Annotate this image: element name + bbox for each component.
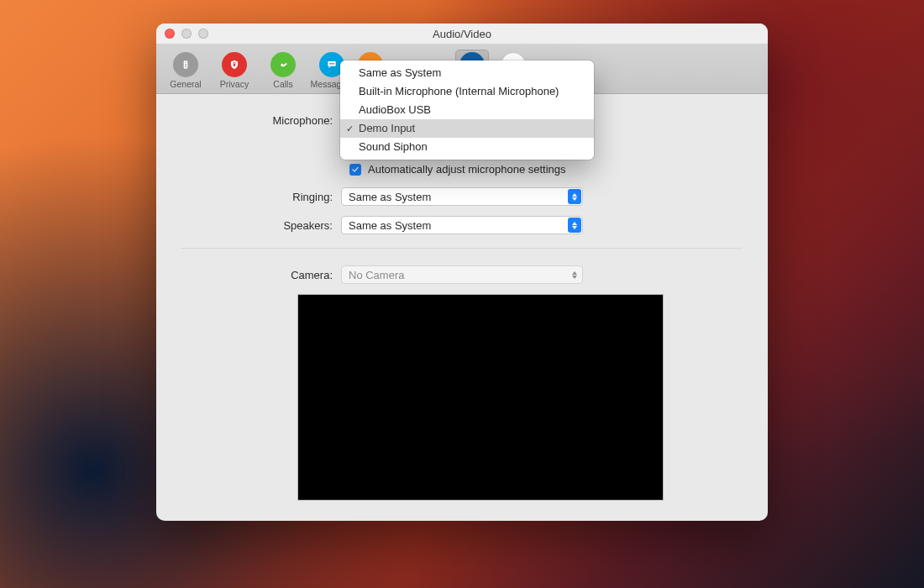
stepper-icon: [568, 267, 581, 282]
tab-general[interactable]: General: [166, 52, 205, 89]
check-icon: [351, 165, 360, 174]
shield-icon: [222, 52, 247, 77]
microphone-label: Microphone:: [173, 114, 341, 127]
tab-calls-label: Calls: [273, 79, 292, 89]
close-window-button[interactable]: [165, 29, 175, 39]
camera-select[interactable]: No Camera: [341, 265, 583, 284]
mic-option-same-as-system[interactable]: Same as System: [340, 64, 594, 82]
tab-privacy-label: Privacy: [220, 79, 249, 89]
tab-general-label: General: [170, 79, 201, 89]
mic-option-builtin[interactable]: Built-in Microphone (Internal Microphone…: [340, 82, 594, 101]
camera-label: Camera:: [173, 269, 341, 281]
section-divider: [181, 248, 743, 249]
speakers-row: Speakers: Same as System: [173, 216, 751, 234]
camera-preview: [297, 294, 664, 501]
speakers-value: Same as System: [349, 219, 431, 232]
titlebar: Audio/Video: [156, 24, 768, 44]
svg-rect-3: [234, 63, 235, 66]
auto-mic-row: Automatically adjust microphone settings: [349, 163, 751, 176]
stepper-icon: [568, 189, 581, 204]
stepper-icon: [568, 218, 581, 233]
auto-mic-checkbox[interactable]: [349, 164, 361, 176]
ringing-value: Same as System: [349, 191, 431, 203]
mic-option-audiobox[interactable]: AudioBox USB: [340, 101, 594, 119]
svg-rect-1: [185, 61, 186, 62]
window-title: Audio/Video: [156, 28, 768, 40]
window-controls: [156, 29, 208, 39]
tab-privacy[interactable]: Privacy: [215, 52, 254, 89]
svg-rect-4: [329, 63, 334, 64]
info-icon: [173, 52, 198, 77]
mic-option-sound-siphon[interactable]: Sound Siphon: [340, 138, 594, 156]
ringing-row: Ringing: Same as System: [173, 187, 751, 206]
minimize-window-button[interactable]: [181, 29, 192, 39]
camera-value: No Camera: [349, 269, 404, 281]
ringing-select[interactable]: Same as System: [341, 187, 583, 206]
camera-row: Camera: No Camera: [173, 265, 751, 284]
microphone-dropdown[interactable]: Same as System Built-in Microphone (Inte…: [340, 60, 594, 160]
speakers-select[interactable]: Same as System: [341, 216, 583, 234]
ringing-label: Ringing:: [173, 191, 341, 203]
zoom-window-button[interactable]: [198, 29, 208, 39]
svg-rect-2: [185, 63, 186, 67]
mic-option-demo-input[interactable]: Demo Input: [340, 119, 594, 138]
auto-mic-label: Automatically adjust microphone settings: [368, 163, 566, 176]
phone-icon: [270, 52, 296, 77]
speakers-label: Speakers:: [173, 219, 341, 232]
tab-calls[interactable]: Calls: [264, 52, 302, 89]
